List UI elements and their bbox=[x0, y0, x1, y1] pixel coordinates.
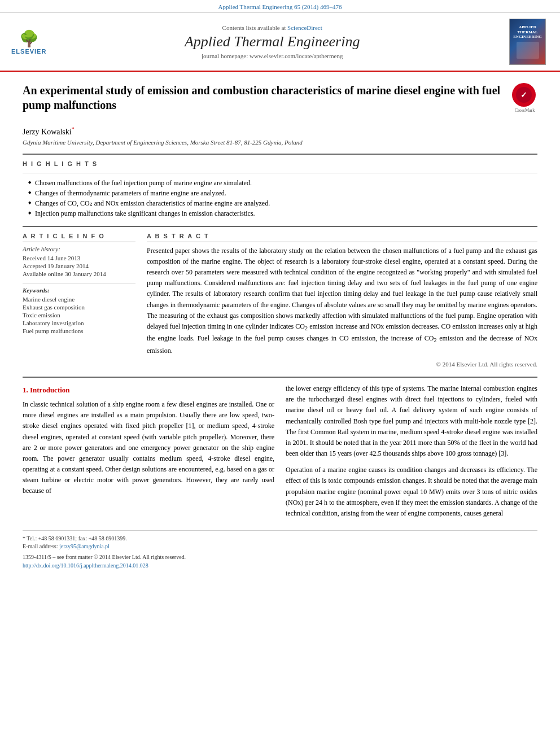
article-info-abstract: A R T I C L E I N F O Article history: R… bbox=[23, 233, 537, 368]
keyword-item: Fuel pump malfunctions bbox=[23, 327, 135, 334]
crossmark-badge[interactable]: ✓ CrossMark bbox=[512, 83, 537, 108]
article-history-label: Article history: bbox=[23, 246, 135, 252]
article-info-col: A R T I C L E I N F O Article history: R… bbox=[23, 233, 135, 368]
body-col-right: the lower energy efficiency of this type… bbox=[286, 383, 537, 519]
keyword-item: Laboratory investigation bbox=[23, 320, 135, 326]
highlights-rule bbox=[23, 173, 537, 173]
svg-text:✓: ✓ bbox=[520, 90, 527, 99]
list-item: Injection pump malfunctions take signifi… bbox=[28, 209, 537, 218]
affiliation: Gdynia Maritime University, Department o… bbox=[23, 139, 537, 146]
main-content: An experimental study of emission and co… bbox=[0, 72, 560, 580]
divider-3 bbox=[23, 377, 537, 378]
journal-cover: APPLIEDTHERMALENGINEERING bbox=[509, 19, 549, 65]
keyword-item: Exhaust gas composition bbox=[23, 304, 135, 311]
footnote-email-link[interactable]: jerzy95@amgdynia.pl bbox=[59, 543, 110, 549]
cover-graphic bbox=[517, 42, 539, 59]
received-date: Received 14 June 2013 bbox=[23, 255, 135, 261]
intro-text-right: the lower energy efficiency of this type… bbox=[286, 383, 537, 459]
highlights-list: Chosen malfunctions of the fuel injectio… bbox=[23, 179, 537, 218]
journal-cover-box: APPLIEDTHERMALENGINEERING bbox=[509, 19, 546, 65]
abstract-col: A B S T R A C T Presented paper shows th… bbox=[147, 233, 537, 368]
footnote-section: * Tel.: +48 58 6901331; fax: +48 58 6901… bbox=[23, 530, 537, 569]
footnote-email: E-mail address: jerzy95@amgdynia.pl bbox=[23, 543, 537, 549]
body-col-left: 1. Introduction In classic technical sol… bbox=[23, 383, 274, 519]
article-body: 1. Introduction In classic technical sol… bbox=[23, 383, 537, 519]
doi-anchor[interactable]: http://dx.doi.org/10.1016/j.applthermale… bbox=[23, 562, 148, 569]
homepage-link: journal homepage: www.elsevier.com/locat… bbox=[46, 53, 498, 59]
title-text: An experimental study of emission and co… bbox=[23, 83, 506, 112]
footnote-bottom: 1359-4311/$ – see front matter © 2014 El… bbox=[23, 554, 537, 569]
author-name: Jerzy Kowalski* bbox=[23, 126, 537, 137]
abstract-label: A B S T R A C T bbox=[147, 233, 537, 242]
cover-title: APPLIEDTHERMALENGINEERING bbox=[513, 25, 542, 39]
abstract-text: Presented paper shows the results of the… bbox=[147, 246, 537, 356]
intro-heading: 1. Introduction bbox=[23, 386, 274, 395]
sciencedirect-anchor[interactable]: ScienceDirect bbox=[287, 24, 322, 31]
keywords-label: Keywords: bbox=[23, 283, 135, 294]
journal-bar: Applied Thermal Engineering 65 (2014) 46… bbox=[0, 0, 560, 13]
elsevier-tree-icon: 🌳 bbox=[19, 29, 39, 48]
list-item: Changes of thermodynamic parameters of m… bbox=[28, 189, 537, 198]
footnote-contact: * Tel.: +48 58 6901331; fax: +48 58 6901… bbox=[23, 535, 537, 541]
article-info-label: A R T I C L E I N F O bbox=[23, 233, 135, 242]
list-item: Changes of CO, CO₂ and NOx emission char… bbox=[28, 199, 537, 208]
article-title: An experimental study of emission and co… bbox=[23, 83, 506, 112]
keyword-item: Marine diesel engine bbox=[23, 296, 135, 303]
copyright-line: © 2014 Elsevier Ltd. All rights reserved… bbox=[147, 361, 537, 368]
journal-title: Applied Thermal Engineering bbox=[46, 33, 498, 50]
crossmark-icon[interactable]: ✓ bbox=[512, 83, 536, 107]
divider-1 bbox=[23, 154, 537, 155]
available-date: Available online 30 January 2014 bbox=[23, 270, 135, 277]
keyword-item: Toxic emission bbox=[23, 312, 135, 318]
sciencedirect-link: Contents lists available at ScienceDirec… bbox=[46, 24, 498, 31]
highlights-section: H I G H L I G H T S Chosen malfunctions … bbox=[23, 160, 537, 218]
elsevier-label: ELSEVIER bbox=[11, 48, 46, 55]
list-item: Chosen malfunctions of the fuel injectio… bbox=[28, 179, 537, 187]
article-title-section: An experimental study of emission and co… bbox=[23, 83, 537, 118]
doi-link[interactable]: http://dx.doi.org/10.1016/j.applthermale… bbox=[23, 562, 537, 569]
intro-text-right-2: Operation of a marine engine causes its … bbox=[286, 465, 537, 519]
accepted-date: Accepted 19 January 2014 bbox=[23, 263, 135, 269]
journal-bar-text: Applied Thermal Engineering 65 (2014) 46… bbox=[218, 3, 342, 10]
intro-text-left: In classic technical solution of a ship … bbox=[23, 399, 274, 497]
divider-2 bbox=[23, 226, 537, 227]
elsevier-logo: 🌳 ELSEVIER bbox=[11, 29, 46, 55]
crossmark-label: CrossMark bbox=[512, 108, 537, 113]
journal-header: 🌳 ELSEVIER Contents lists available at S… bbox=[0, 13, 560, 72]
highlights-label: H I G H L I G H T S bbox=[23, 160, 537, 167]
issn-line: 1359-4311/$ – see front matter © 2014 El… bbox=[23, 554, 537, 560]
header-center: Contents lists available at ScienceDirec… bbox=[46, 24, 498, 59]
